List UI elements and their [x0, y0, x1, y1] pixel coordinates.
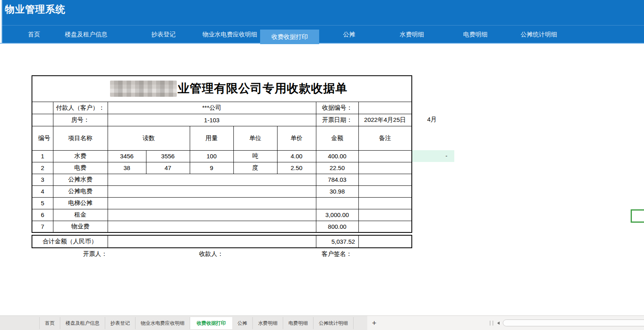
cell-no: 5 — [32, 197, 53, 209]
add-sheet-button[interactable]: + — [369, 317, 379, 329]
col-header-reading: 读数 — [108, 126, 190, 150]
cashier-label: 收款人： — [199, 250, 223, 258]
sheet-tab-buildings[interactable]: 楼盘及租户信息 — [60, 317, 105, 329]
month-note-cell: 4月 — [427, 116, 436, 123]
sheet-tabs: 首页 楼盘及租户信息 抄表登记 物业水电费应收明细 收费收据打印 公摊 水费明细… — [39, 317, 354, 329]
cell-remark — [358, 162, 412, 174]
col-header-remark: 备注 — [358, 126, 412, 150]
sheet-tab-receipt-print[interactable]: 收费收据打印 — [190, 317, 232, 329]
horizontal-scrollbar-thumb[interactable] — [503, 319, 644, 326]
cell-merged-empty — [108, 209, 316, 221]
cell-blank — [32, 114, 53, 126]
signature-label: 客户签名： — [322, 250, 352, 258]
cell-unit: 度 — [233, 162, 277, 174]
app-title: 物业管理系统 — [5, 3, 66, 16]
nav-item-receipt-print[interactable]: 收费收据打印 — [260, 30, 319, 44]
receipt-no-value — [358, 102, 412, 114]
receipt-row-electric: 2 电费 38 47 9 度 2.50 22.50 — [32, 162, 412, 174]
col-header-amount: 金额 — [316, 126, 358, 150]
total-amount: 5,037.52 — [316, 235, 358, 248]
cell-merged-empty — [108, 174, 316, 185]
date-label: 开票日期： — [316, 114, 358, 126]
highlighted-cell[interactable]: - — [412, 150, 454, 162]
nav-item-meter-reading[interactable]: 抄表登记 — [151, 26, 176, 44]
receipt-title: 业管理有限公司专用收款收据单 — [178, 81, 347, 97]
pane-splitter-handle[interactable] — [490, 321, 493, 326]
date-value: 2022年4月25日 — [358, 114, 412, 126]
cell-amount: 400.00 — [316, 150, 358, 162]
payer-value: ***公司 — [108, 102, 316, 114]
col-header-usage: 用量 — [190, 126, 233, 150]
cell-remark — [358, 150, 412, 162]
cell-name: 公摊水费 — [53, 174, 108, 185]
receipt-no-label: 收据编号： — [316, 102, 358, 114]
cell-amount: 30.98 — [316, 185, 358, 197]
cell-name: 租金 — [53, 209, 108, 221]
cell-merged-empty — [108, 197, 316, 209]
app-header: 物业管理系统 首页 楼盘及租户信息 抄表登记 物业水电费应收明细 收费收据打印 … — [0, 0, 644, 44]
nav-item-receivables[interactable]: 物业水电费应收明细 — [203, 26, 257, 44]
cell-no: 1 — [32, 150, 53, 162]
cell-no: 2 — [32, 162, 53, 174]
receipt-row-rent: 6 租金 3,000.00 — [32, 209, 412, 221]
col-header-name: 项目名称 — [53, 126, 108, 150]
cell-usage: 9 — [190, 162, 233, 174]
cell-remark — [358, 185, 412, 197]
sheet-tab-meter-reading[interactable]: 抄表登记 — [105, 317, 136, 329]
total-merged-empty — [108, 235, 316, 248]
cell-amount: 784.03 — [316, 174, 358, 185]
cell-price: 4.00 — [277, 150, 316, 162]
nav-item-electric-detail[interactable]: 电费明细 — [463, 26, 487, 44]
cell-no: 6 — [32, 209, 53, 221]
sheet-tab-bar: 首页 楼盘及租户信息 抄表登记 物业水电费应收明细 收费收据打印 公摊 水费明细… — [0, 315, 644, 330]
cell-remark — [358, 209, 412, 221]
col-header-unit: 单位 — [233, 126, 277, 150]
active-cell-selection-box — [631, 209, 644, 223]
cell-price: 2.50 — [277, 162, 316, 174]
cell-remark — [358, 221, 412, 232]
cell-name: 电费 — [53, 162, 108, 174]
scroll-left-arrow-icon[interactable] — [497, 321, 500, 325]
payer-label: 付款人（客户）： — [53, 102, 108, 114]
receipt-row-elevator: 5 电梯公摊 — [32, 197, 412, 209]
cell-amount: 3,000.00 — [316, 209, 358, 221]
receipt-table: 业管理有限公司专用收款收据单 付款人（客户）： ***公司 收据编号： 房号： … — [32, 75, 412, 233]
cell-merged-empty — [108, 221, 316, 232]
nav-item-water-detail[interactable]: 水费明细 — [400, 26, 424, 44]
receipt-row-shared-electric: 4 公摊电费 30.98 — [32, 185, 412, 197]
censored-company-name — [110, 81, 177, 97]
room-value: 1-103 — [108, 114, 316, 126]
receipt-title-row: 业管理有限公司专用收款收据单 — [32, 76, 412, 102]
cell-name: 水费 — [53, 150, 108, 162]
app-window: 物业管理系统 首页 楼盘及租户信息 抄表登记 物业水电费应收明细 收费收据打印 … — [0, 0, 644, 330]
sheet-tab-electric-detail[interactable]: 电费明细 — [283, 317, 314, 329]
cell-amount: 800.00 — [316, 221, 358, 232]
sheet-tab-home[interactable]: 首页 — [39, 317, 60, 329]
room-label: 房号： — [53, 114, 108, 126]
cell-amount: 22.50 — [316, 162, 358, 174]
cell-no: 4 — [32, 185, 53, 197]
receipt-total-box: 合计金额（人民币） 5,037.52 — [32, 235, 412, 248]
cell-reading-prev: 38 — [108, 162, 146, 174]
sheet-tab-shared-fee[interactable]: 公摊 — [232, 317, 253, 329]
receipt-row-water: 1 水费 3456 3556 100 吨 4.00 400.00 — [32, 150, 412, 162]
cell-amount — [316, 197, 358, 209]
nav-item-home[interactable]: 首页 — [28, 26, 40, 44]
cell-no: 3 — [32, 174, 53, 185]
total-remark — [358, 235, 412, 248]
sheet-tab-receivables[interactable]: 物业水电费应收明细 — [136, 317, 190, 329]
cell-reading-curr: 47 — [146, 162, 190, 174]
receipt-row-shared-water: 3 公摊水费 784.03 — [32, 174, 412, 185]
col-header-price: 单价 — [277, 126, 316, 150]
cell-usage: 100 — [190, 150, 233, 162]
nav-item-buildings[interactable]: 楼盘及租户信息 — [65, 26, 108, 44]
nav-item-shared-fee[interactable]: 公摊 — [343, 26, 355, 44]
cell-merged-empty — [108, 185, 316, 197]
sheet-tab-shared-stats[interactable]: 公摊统计明细 — [314, 317, 354, 329]
nav-item-shared-stats[interactable]: 公摊统计明细 — [521, 26, 557, 44]
cell-no: 7 — [32, 221, 53, 232]
col-header-no: 编号 — [32, 126, 53, 150]
total-label: 合计金额（人民币） — [32, 235, 108, 248]
sheet-tab-water-detail[interactable]: 水费明细 — [253, 317, 283, 329]
cell-blank — [32, 102, 53, 114]
